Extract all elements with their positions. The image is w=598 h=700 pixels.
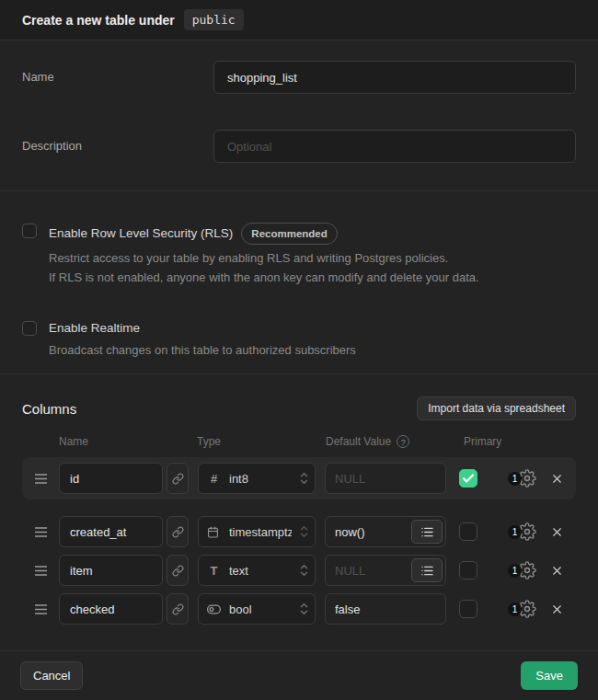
calendar-icon xyxy=(207,526,221,538)
settings-count-badge: 1 xyxy=(508,525,522,539)
import-spreadsheet-button[interactable]: Import data via spreadsheet xyxy=(417,396,576,420)
column-type-label: int8 xyxy=(229,472,292,486)
toggle-icon xyxy=(207,604,221,614)
name-label: Name xyxy=(22,61,213,84)
column-settings-button[interactable]: 1 xyxy=(508,600,536,618)
hash-icon: # xyxy=(207,472,221,486)
column-settings-button[interactable]: 1 xyxy=(508,522,536,541)
table-description-input[interactable] xyxy=(213,130,576,163)
remove-column-button[interactable] xyxy=(550,472,564,486)
column-type-select[interactable]: # int8 xyxy=(198,463,316,494)
rls-label-row: Enable Row Level Security (RLS) Recommen… xyxy=(49,223,479,245)
column-name-input[interactable] xyxy=(59,463,163,494)
save-button[interactable]: Save xyxy=(521,661,578,690)
recommended-badge: Recommended xyxy=(241,223,337,245)
columns-rows: # int8 1 xyxy=(22,457,576,628)
schema-badge: public xyxy=(184,9,244,30)
foreign-key-button[interactable] xyxy=(167,516,189,547)
foreign-key-button[interactable] xyxy=(167,463,189,494)
realtime-description: Broadcast changes on this table to autho… xyxy=(49,340,356,360)
close-icon xyxy=(550,564,564,578)
list-icon xyxy=(421,566,433,576)
close-icon xyxy=(550,472,564,486)
dialog-title: Create a new table under xyxy=(22,13,175,28)
foreign-key-button[interactable] xyxy=(167,555,189,586)
columns-heading: Columns xyxy=(22,401,76,417)
columns-table-headers: Name Type Default Value ? Primary xyxy=(22,435,576,448)
drag-handle-icon[interactable] xyxy=(22,473,59,485)
close-icon xyxy=(550,525,564,539)
create-table-dialog: Create a new table under public Name Des… xyxy=(0,0,598,700)
drag-handle-icon[interactable] xyxy=(22,565,59,577)
settings-count-badge: 1 xyxy=(508,472,522,486)
text-icon: T xyxy=(207,564,221,578)
chevron-updown-icon xyxy=(300,525,308,538)
realtime-checkbox[interactable] xyxy=(22,321,37,336)
column-name-input[interactable] xyxy=(59,516,163,547)
column-settings-button[interactable]: 1 xyxy=(508,469,536,488)
table-info-section: Name Description xyxy=(0,40,598,191)
settings-count-badge: 1 xyxy=(508,564,522,578)
chevron-updown-icon xyxy=(300,472,308,485)
primary-checkbox[interactable] xyxy=(459,522,477,541)
header-default-value: Default Value ? xyxy=(326,435,409,448)
dialog-footer: Cancel Save xyxy=(0,650,598,700)
chevron-updown-icon xyxy=(300,564,308,577)
realtime-label: Enable Realtime xyxy=(49,320,140,337)
column-row-checked: bool 1 xyxy=(22,590,576,628)
column-type-label: bool xyxy=(229,602,292,616)
chevron-updown-icon xyxy=(300,602,308,615)
default-value-wrap xyxy=(325,593,446,625)
name-row: Name xyxy=(22,61,576,94)
remove-column-button[interactable] xyxy=(550,602,564,616)
rls-label: Enable Row Level Security (RLS) xyxy=(49,225,233,242)
column-row-item: T text 1 xyxy=(22,551,576,590)
help-icon[interactable]: ? xyxy=(397,435,409,448)
header-name: Name xyxy=(59,435,88,448)
header-primary: Primary xyxy=(464,435,501,448)
drag-handle-icon[interactable] xyxy=(22,603,59,615)
default-value-wrap xyxy=(325,516,446,547)
table-name-input[interactable] xyxy=(213,61,576,94)
settings-count-badge: 1 xyxy=(508,602,522,616)
list-icon xyxy=(421,527,433,537)
columns-section: Columns Import data via spreadsheet Name… xyxy=(0,374,598,650)
header-type: Type xyxy=(197,435,221,448)
primary-checkbox[interactable] xyxy=(459,469,477,488)
foreign-key-button[interactable] xyxy=(167,593,189,625)
realtime-toggle-group: Enable Realtime Broadcast changes on thi… xyxy=(22,320,576,360)
column-settings-button[interactable]: 1 xyxy=(508,561,536,580)
rls-toggle-group: Enable Row Level Security (RLS) Recommen… xyxy=(22,223,576,287)
column-name-input[interactable] xyxy=(59,593,163,625)
remove-column-button[interactable] xyxy=(550,525,564,539)
rls-checkbox[interactable] xyxy=(22,224,37,238)
column-name-input[interactable] xyxy=(59,555,163,586)
remove-column-button[interactable] xyxy=(550,564,564,578)
realtime-texts: Enable Realtime Broadcast changes on thi… xyxy=(49,320,356,360)
column-type-label: timestamptz xyxy=(229,525,292,539)
primary-checkbox[interactable] xyxy=(459,561,477,580)
default-value-menu-button[interactable] xyxy=(411,558,443,582)
drag-handle-icon[interactable] xyxy=(22,526,59,538)
primary-checkbox[interactable] xyxy=(459,600,477,618)
default-value-wrap xyxy=(325,463,446,494)
column-type-select[interactable]: bool xyxy=(198,593,316,625)
default-value-input[interactable] xyxy=(325,463,446,494)
default-value-input[interactable] xyxy=(325,593,446,625)
description-row: Description xyxy=(22,130,576,163)
cancel-button[interactable]: Cancel xyxy=(20,661,83,690)
column-type-select[interactable]: T text xyxy=(198,555,316,586)
default-value-wrap xyxy=(325,555,446,586)
dialog-header: Create a new table under public xyxy=(0,0,598,40)
column-type-select[interactable]: timestamptz xyxy=(198,516,316,547)
description-label: Description xyxy=(22,130,213,153)
column-row-id: # int8 1 xyxy=(22,457,576,499)
default-value-menu-button[interactable] xyxy=(411,520,443,544)
column-row-created-at: timestamptz 1 xyxy=(22,512,576,551)
rls-texts: Enable Row Level Security (RLS) Recommen… xyxy=(49,223,479,287)
column-type-label: text xyxy=(229,564,292,578)
rls-description: Restrict access to your table by enablin… xyxy=(49,248,479,287)
table-options-section: Enable Row Level Security (RLS) Recommen… xyxy=(0,191,598,374)
close-icon xyxy=(550,602,564,616)
